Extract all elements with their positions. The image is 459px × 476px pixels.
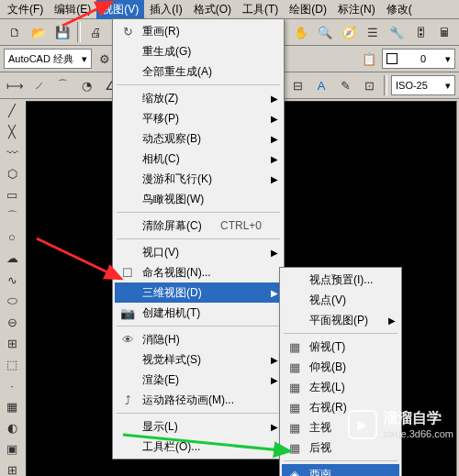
view-3d-item[interactable]: ▦后视 (282, 437, 399, 458)
view-menu-item[interactable]: ↻重画(R) (115, 21, 282, 41)
open-icon[interactable]: 📂 (28, 21, 50, 43)
print-icon[interactable]: 🖨 (84, 21, 106, 43)
gradient-icon[interactable]: ◐ (1, 418, 23, 437)
menu-edit[interactable]: 编辑(E) (49, 0, 96, 19)
menu-file[interactable]: 文件(F) (2, 0, 49, 19)
dim-update-icon[interactable]: ✎ (334, 74, 356, 96)
view-menu-item[interactable]: 三维视图(D)▶ (115, 282, 282, 303)
view-menu-item[interactable]: 视觉样式(S)▶ (115, 349, 282, 370)
menu-item-label: 视点预置(I)... (309, 272, 373, 288)
revcloud-icon[interactable]: ☁ (1, 249, 23, 268)
point-icon[interactable]: · (1, 376, 23, 395)
zoom-icon[interactable]: 🔍 (314, 21, 336, 43)
view-menu-item[interactable]: ⤴运动路径动画(M)... (115, 390, 282, 410)
dim-continue-icon[interactable]: ⊟ (286, 74, 308, 96)
view-3d-item[interactable]: ▦俯视(T) (282, 337, 399, 357)
menu-format[interactable]: 格式(O) (188, 0, 237, 19)
pan-icon[interactable]: ✋ (290, 21, 312, 43)
circle-icon[interactable]: ○ (1, 227, 23, 247)
view-menu-item[interactable]: 视口(V)▶ (115, 242, 282, 262)
line-icon[interactable]: ╱ (1, 101, 23, 120)
palette-icon[interactable]: 🎛 (409, 21, 431, 43)
menu-dimension[interactable]: 标注(N) (332, 0, 381, 19)
menu-item-icon (118, 438, 137, 455)
menu-item-label: 平面视图(P) (309, 313, 368, 328)
dim-radius-icon[interactable]: ◔ (75, 74, 97, 96)
menu-item-icon (118, 351, 137, 368)
view-menu-item[interactable]: ☐命名视图(N)... (115, 262, 282, 282)
view-menu-item[interactable]: 工具栏(O)... (115, 437, 282, 457)
view-menu-item[interactable]: 缩放(Z)▶ (115, 88, 282, 108)
menu-item-icon (118, 191, 137, 207)
make-block-icon[interactable]: ⬚ (1, 355, 23, 374)
layer-value: 0 (420, 53, 426, 64)
view-3d-item[interactable]: ▦左视(L) (282, 377, 399, 397)
view-3d-item[interactable]: 视点预置(I)... (282, 270, 399, 290)
polygon-icon[interactable]: ⬡ (1, 164, 23, 183)
menu-item-label: 右视(R) (309, 400, 347, 415)
view-3d-item[interactable]: ◈西南 (282, 464, 399, 476)
menu-item-shortcut: CTRL+0 (220, 219, 262, 232)
insert-block-icon[interactable]: ⊞ (1, 334, 23, 353)
menu-tools[interactable]: 工具(T) (237, 0, 284, 19)
view-3d-item[interactable]: ▦仰视(B) (282, 357, 399, 377)
view-menu-item[interactable]: 平移(P)▶ (115, 108, 282, 128)
menu-item-label: 重生成(G) (142, 44, 191, 60)
dim-override-icon[interactable]: ⊡ (358, 74, 380, 96)
menu-item-icon (285, 271, 304, 288)
ellipse-icon[interactable]: ⬭ (1, 292, 23, 311)
table-icon[interactable]: ⊞ (1, 460, 23, 476)
view-menu-item[interactable]: 显示(L)▶ (115, 416, 282, 437)
view-menu-item[interactable]: 相机(C)▶ (115, 149, 282, 169)
menu-item-icon: ▦ (285, 379, 304, 395)
menu-item-icon (118, 43, 137, 60)
view-menu-item[interactable]: 漫游和飞行(K)▶ (115, 169, 282, 189)
pline-icon[interactable]: 〰 (1, 143, 23, 162)
view-menu-item[interactable]: 鸟瞰视图(W) (115, 189, 282, 209)
ellipse-arc-icon[interactable]: ⊖ (1, 313, 23, 332)
dim-linear-icon[interactable]: ⟼ (4, 74, 26, 96)
view-menu-item[interactable]: 动态观察(B)▶ (115, 128, 282, 149)
menu-item-icon (118, 217, 137, 234)
menu-modify[interactable]: 修改( (381, 0, 418, 19)
rectangle-icon[interactable]: ▭ (1, 185, 23, 205)
menu-item-icon: ▦ (285, 338, 304, 355)
xline-icon[interactable]: ╳ (1, 122, 23, 141)
menu-item-label: 视点(V) (309, 293, 346, 308)
hatch-icon[interactable]: ▦ (1, 397, 23, 416)
menu-draw[interactable]: 绘图(D) (284, 0, 332, 19)
view-3d-item[interactable]: 视点(V) (282, 290, 399, 310)
menu-item-icon: ▦ (285, 399, 304, 415)
dim-arc-icon[interactable]: ⌒ (51, 74, 73, 96)
view-menu-item[interactable]: 全部重生成(A) (115, 61, 282, 82)
orbit-icon[interactable]: 🧭 (338, 21, 360, 43)
menu-item-icon: ⤴ (118, 392, 137, 408)
submenu-arrow-icon: ▶ (388, 315, 396, 326)
layer-manager-icon[interactable]: 📋 (358, 48, 380, 70)
region-icon[interactable]: ▣ (1, 439, 23, 459)
menu-insert[interactable]: 插入(I) (144, 0, 187, 19)
dimstyle-select[interactable]: ISO-25 ▾ (391, 75, 455, 95)
submenu-arrow-icon: ▶ (271, 94, 278, 104)
menu-item-icon (118, 418, 137, 435)
dim-style-icon[interactable]: A (310, 74, 332, 96)
view-menu-item[interactable]: 重生成(G) (115, 41, 282, 61)
dim-aligned-icon[interactable]: ⟋ (28, 74, 50, 96)
view-menu-item[interactable]: 📷创建相机(T) (115, 303, 282, 323)
workspace-select[interactable]: AutoCAD 经典 ▾ (4, 49, 92, 69)
dropdown-icon: ▾ (445, 80, 451, 92)
calc-icon[interactable]: 🖩 (433, 21, 455, 43)
view-menu-item[interactable]: 清除屏幕(C)CTRL+0 (115, 216, 282, 236)
view-3d-item[interactable]: 平面视图(P)▶ (282, 310, 399, 330)
properties-icon[interactable]: ☰ (362, 21, 384, 43)
menu-view[interactable]: 视图(V) (96, 0, 144, 19)
menu-item-label: 渲染(E) (142, 372, 179, 388)
arc-icon[interactable]: ⌒ (1, 206, 23, 226)
view-menu-item[interactable]: 👁消隐(H) (115, 329, 282, 349)
spline-icon[interactable]: ∿ (1, 271, 23, 290)
new-icon[interactable]: 🗋 (4, 21, 26, 43)
save-icon[interactable]: 💾 (51, 21, 73, 43)
layer-select[interactable]: 0 ▾ (382, 49, 455, 69)
view-menu-item[interactable]: 渲染(E)▶ (115, 370, 282, 390)
design-center-icon[interactable]: 🔧 (386, 21, 408, 43)
